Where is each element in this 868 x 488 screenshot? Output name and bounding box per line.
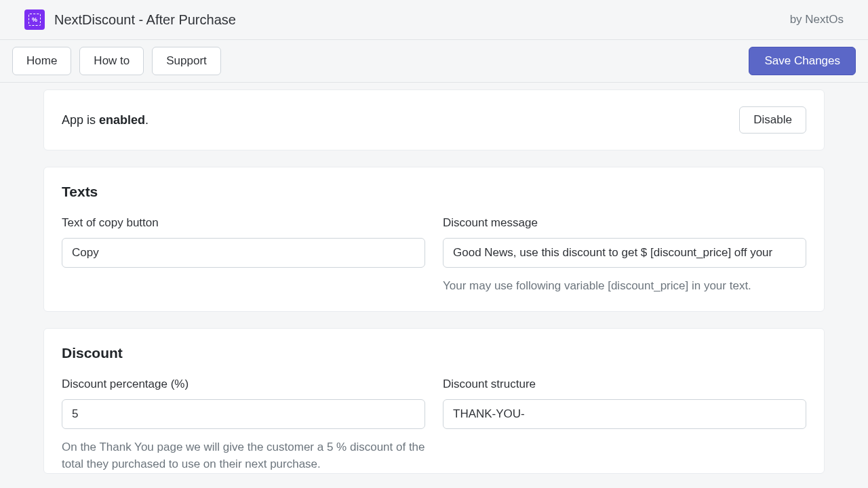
discount-card: Discount Discount percentage (%) On the … (43, 328, 825, 474)
msg-col: Discount message Your may use following … (443, 216, 806, 295)
copy-button-label: Text of copy button (62, 216, 425, 230)
pct-col: Discount percentage (%) On the Thank You… (62, 378, 425, 473)
discount-message-input[interactable] (443, 238, 806, 268)
nav-left: Home How to Support (12, 47, 221, 75)
texts-row: Text of copy button Discount message You… (62, 216, 806, 295)
discount-struct-label: Discount structure (443, 378, 806, 391)
discount-message-help: Your may use following variable [discoun… (443, 277, 806, 295)
texts-title: Texts (62, 184, 806, 200)
discount-title: Discount (62, 345, 806, 361)
home-button[interactable]: Home (12, 47, 71, 75)
status-suffix: . (145, 113, 149, 127)
discount-row: Discount percentage (%) On the Thank You… (62, 378, 806, 473)
percent-icon: % (28, 14, 41, 26)
status-state: enabled (99, 113, 145, 127)
discount-message-label: Discount message (443, 216, 806, 230)
topbar: % NextDiscount - After Purchase by NextO… (0, 0, 868, 40)
navbar: Home How to Support Save Changes (0, 40, 868, 83)
content: App is enabled. Disable Texts Text of co… (0, 83, 868, 483)
byline: by NextOs (790, 13, 844, 26)
app-title: NextDiscount - After Purchase (54, 12, 236, 28)
discount-pct-input[interactable] (62, 399, 425, 429)
status-prefix: App is (62, 113, 99, 127)
disable-button[interactable]: Disable (739, 106, 806, 134)
support-button[interactable]: Support (152, 47, 221, 75)
app-logo: % (24, 9, 45, 30)
status-card: App is enabled. Disable (43, 89, 825, 150)
topbar-left: % NextDiscount - After Purchase (24, 9, 236, 30)
save-changes-button[interactable]: Save Changes (749, 47, 856, 75)
discount-pct-help: On the Thank You page we will give the c… (62, 439, 425, 473)
howto-button[interactable]: How to (79, 47, 144, 75)
discount-pct-label: Discount percentage (%) (62, 378, 425, 391)
discount-struct-input[interactable] (443, 399, 806, 429)
status-text: App is enabled. (62, 113, 149, 127)
texts-card: Texts Text of copy button Discount messa… (43, 167, 825, 312)
copy-button-input[interactable] (62, 238, 425, 268)
struct-col: Discount structure (443, 378, 806, 473)
copy-col: Text of copy button (62, 216, 425, 295)
